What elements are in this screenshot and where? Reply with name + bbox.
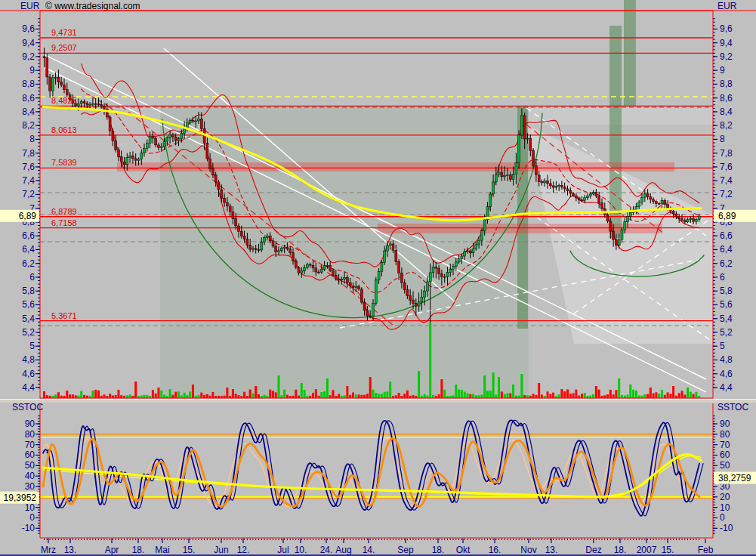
x-axis-label: 14. <box>363 545 375 555</box>
x-axis-label: Aug <box>335 545 351 555</box>
x-axis-label: Jun <box>214 545 228 555</box>
main-y-tick-label: 5,8 <box>720 286 733 296</box>
main-y-tick-label: 9,2 <box>22 51 35 62</box>
main-y-tick-label: 9,6 <box>22 23 35 34</box>
price-level-label: 8,0613 <box>51 125 77 134</box>
main-y-tick-label: 8 <box>720 134 725 144</box>
main-y-tick-label: 6,4 <box>720 244 733 255</box>
main-y-tick-label: 7,6 <box>720 162 733 172</box>
main-y-tick-label: 6 <box>720 272 725 283</box>
main-y-tick-label: 8,8 <box>720 79 733 89</box>
main-y-tick-label: 5,6 <box>22 299 35 310</box>
sstoc-y-tick-label: -10 <box>720 523 733 533</box>
main-y-tick-label: 7,4 <box>22 175 35 186</box>
sstoc-y-tick-label: 80 <box>25 429 35 440</box>
x-axis-label: Jul <box>277 545 289 555</box>
main-y-tick-label: 7,2 <box>720 189 733 199</box>
main-y-tick-label: 5,4 <box>720 314 733 324</box>
x-axis-label: Mrz <box>41 545 56 555</box>
price-level-label: 8,4825 <box>51 96 77 105</box>
tradesignal-chart-window: EUR © www.tradesignal.com EUR SSTOC SSTO… <box>0 0 756 556</box>
sstoc-yellow-thick-line <box>43 454 701 496</box>
main-y-tick-label: 9 <box>29 65 35 76</box>
signal-column <box>609 26 622 238</box>
price-level-label: 9,2507 <box>51 43 77 52</box>
main-y-tick-label: 7,2 <box>22 189 35 199</box>
price-level-label: 5,3671 <box>51 311 77 320</box>
x-axis-label: Sep <box>397 545 414 555</box>
sstoc-panel <box>37 420 713 516</box>
sstoc-tag-right-text: 38,2759 <box>718 473 751 483</box>
sstoc-y-tick-label: 10 <box>720 502 730 513</box>
main-y-tick-label: 4,8 <box>22 354 35 365</box>
main-y-tick-label: 6,2 <box>720 258 733 269</box>
main-y-tick-label: 6,2 <box>22 258 35 269</box>
sstoc-y-tick-label: 60 <box>25 449 35 460</box>
sstoc-y-tick-label: 60 <box>720 449 730 460</box>
price-level-label: 6,8789 <box>51 207 77 216</box>
sstoc-y-tick-label: 50 <box>25 460 35 471</box>
x-axis-label: Okt <box>456 545 471 555</box>
main-y-tick-label: 4,6 <box>22 369 35 379</box>
main-y-tick-label: 4,6 <box>720 369 733 379</box>
current-price-tag-right-text: 6,89 <box>718 211 736 221</box>
x-axis-label: 10. <box>295 545 307 555</box>
sstoc-y-tick-label: 10 <box>25 502 35 513</box>
x-axis-label: 13. <box>64 545 77 555</box>
main-y-tick-label: 5,2 <box>720 327 733 338</box>
main-y-tick-label: 8,4 <box>720 107 733 117</box>
main-y-tick-label: 8 <box>29 134 35 144</box>
sstoc-y-tick-label: 70 <box>720 440 730 450</box>
sstoc-y-tick-label: 40 <box>25 471 35 481</box>
sstoc-y-tick-label: 70 <box>25 440 35 450</box>
sstoc-y-tick-label: 50 <box>720 460 730 471</box>
x-axis-label: 15. <box>183 545 196 555</box>
x-axis-label: 18. <box>132 545 145 555</box>
main-y-tick-label: 9,4 <box>720 38 733 48</box>
sstoc-y-tick-label: 30 <box>25 481 35 492</box>
main-y-tick-label: 8,4 <box>22 107 35 117</box>
sstoc-y-tick-label: 80 <box>720 429 730 440</box>
main-y-tick-label: 6 <box>29 272 35 283</box>
x-axis-label: 16. <box>489 545 501 555</box>
x-axis-label: Mai <box>155 545 169 555</box>
chart-canvas[interactable]: 9,47319,25078,48258,06137,58396,87896,71… <box>0 0 756 556</box>
main-y-tick-label: 4,4 <box>22 382 35 393</box>
price-level-label: 7,5839 <box>51 158 77 167</box>
sstoc-y-tick-label: 0 <box>29 512 35 523</box>
main-y-tick-label: 8,6 <box>720 93 733 103</box>
sstoc-y-tick-label: 0 <box>720 512 725 523</box>
current-price-tag-left-text: 6,89 <box>19 211 37 221</box>
x-axis-label: 12. <box>237 545 250 555</box>
x-axis-label: 13. <box>545 545 558 555</box>
main-y-tick-label: 9,4 <box>22 38 35 48</box>
x-axis-label: Dez <box>585 545 601 555</box>
main-y-tick-label: 5,4 <box>22 314 35 324</box>
main-y-tick-label: 9,2 <box>720 51 733 62</box>
x-axis-label: 18. <box>614 545 627 555</box>
main-y-tick-label: 5 <box>29 341 35 351</box>
main-y-tick-label: 7,8 <box>720 148 733 159</box>
main-price-panel <box>40 0 713 398</box>
sstoc-y-tick-label: 20 <box>720 492 730 502</box>
price-level-label: 6,7158 <box>51 218 77 227</box>
main-y-tick-label: 9,6 <box>720 23 733 34</box>
main-y-tick-label: 7,6 <box>22 162 35 172</box>
main-y-tick-label: 7,8 <box>22 148 35 159</box>
x-axis-label: Apr <box>105 545 119 555</box>
main-y-tick-label: 5 <box>720 341 725 351</box>
main-y-tick-label: 4,8 <box>720 354 733 365</box>
x-axis-label: Nov <box>520 545 536 555</box>
main-y-tick-label: 6,6 <box>720 230 733 241</box>
main-y-tick-label: 7,4 <box>720 175 733 186</box>
sstoc-y-tick-label: 90 <box>720 419 730 429</box>
main-y-tick-label: 9 <box>720 65 725 76</box>
sstoc-tag-left-text: 19,3952 <box>4 493 37 503</box>
x-axis-label: Feb <box>698 545 714 555</box>
x-axis-label: 18. <box>432 545 445 555</box>
main-y-tick-label: 4,4 <box>720 382 733 393</box>
main-y-tick-label: 6,6 <box>22 230 35 241</box>
main-y-tick-label: 5,2 <box>22 327 35 338</box>
sstoc-y-tick-label: -10 <box>22 523 35 533</box>
x-axis-label: 15. <box>662 545 674 555</box>
